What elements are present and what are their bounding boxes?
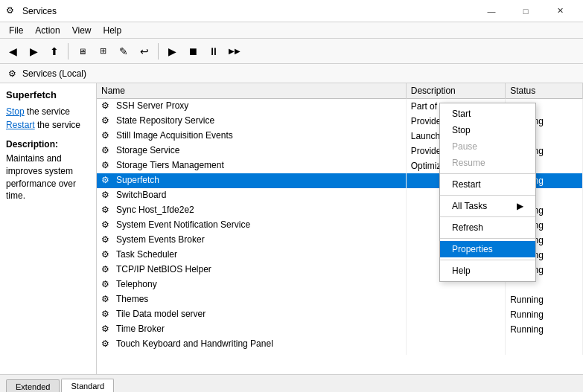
toolbar-play[interactable]: ▶ [162,42,182,61]
service-icon: ⚙ [101,309,113,321]
breadcrumb-label[interactable]: Services (Local) [22,68,86,79]
window-controls: — □ ✕ [474,0,577,22]
context-menu-separator [440,195,535,196]
context-menu-item-stop[interactable]: Stop [440,122,535,138]
col-header-name[interactable]: Name [97,83,406,99]
service-description [406,292,505,307]
context-menu-separator [440,238,535,239]
col-header-description[interactable]: Description [406,83,505,99]
menu-view[interactable]: View [66,24,98,37]
stop-service-link[interactable]: Stop [6,106,25,117]
service-icon: ⚙ [101,338,113,350]
service-icon: ⚙ [101,264,113,276]
breadcrumb-bar: ⚙ Services (Local) [0,64,583,83]
service-description [406,307,505,322]
toolbar-up[interactable]: ⬆ [45,42,64,61]
service-name: Update Orchestrator Service for Wind... [116,353,273,355]
toolbar: ◀ ▶ ⬆ 🖥 ⊞ ✎ ↩ ▶ ⏹ ⏸ ▶▶ [0,39,583,64]
toolbar-show-hide[interactable]: 🖥 [72,42,92,61]
restart-service-link[interactable]: Restart [6,120,35,130]
table-row[interactable]: ⚙ThemesRunning [97,292,583,307]
toolbar-refresh[interactable]: ↩ [135,42,154,61]
toolbar-separator-1 [68,43,69,60]
toolbar-grid[interactable]: ⊞ [93,42,112,61]
service-status: Running [506,307,583,322]
context-menu-item-restart[interactable]: Restart [440,176,535,193]
title-bar: ⚙ Services — □ ✕ [0,0,583,22]
service-name: Tile Data model server [116,309,206,319]
table-row[interactable]: ⚙Tile Data model serverRunning [97,307,583,322]
service-name-heading: Superfetch [6,89,90,100]
table-row[interactable]: ⚙Touch Keyboard and Handwriting Panel [97,337,583,352]
toolbar-edit[interactable]: ✎ [114,42,133,61]
context-menu: StartStopPauseResumeRestartAll Tasks▶Ref… [439,103,536,282]
toolbar-back[interactable]: ◀ [3,42,22,61]
tab-bar: Extended Standard [0,374,583,392]
menu-help[interactable]: Help [98,24,128,37]
service-icon: ⚙ [101,279,113,291]
minimize-button[interactable]: — [474,0,509,22]
context-menu-item-all-tasks[interactable]: All Tasks▶ [440,198,535,214]
breadcrumb-icon: ⚙ [6,68,18,80]
service-name: Themes [116,294,148,304]
service-name: Still Image Acquisition Events [116,130,233,141]
service-icon: ⚙ [101,219,113,231]
toolbar-separator-2 [158,43,159,60]
menu-action[interactable]: Action [29,24,66,37]
service-name: System Event Notification Service [116,219,250,230]
maximize-button[interactable]: □ [509,0,543,22]
description-text: Maintains and improves system performanc… [6,152,90,202]
app-icon: ⚙ [6,5,18,17]
service-name: Storage Tiers Management [116,160,224,170]
service-icon: ⚙ [101,353,113,355]
service-status [506,352,583,355]
context-menu-item-properties[interactable]: Properties [440,241,535,257]
service-name: Sync Host_1fde2e2 [116,205,194,215]
service-description [406,322,505,337]
service-name: SwitchBoard [116,190,166,200]
service-name: SSH Server Proxy [116,100,188,111]
context-menu-item-pause: Pause [440,138,535,155]
service-icon: ⚙ [101,205,113,216]
service-icon: ⚙ [101,324,113,335]
service-name: Telephony [116,279,157,289]
table-row[interactable]: ⚙Update Orchestrator Service for Wind... [97,352,583,355]
menu-file[interactable]: File [3,24,29,37]
tab-standard[interactable]: Standard [61,379,114,392]
context-menu-item-resume: Resume [440,155,535,171]
service-name: Superfetch [116,175,159,185]
service-description [406,352,505,355]
context-menu-separator [440,173,535,174]
service-status [506,337,583,352]
table-row[interactable]: ⚙Time BrokerRunning [97,322,583,337]
service-icon: ⚙ [101,115,113,127]
left-panel: Superfetch Stop the service Restart the … [0,83,97,374]
service-icon: ⚙ [101,160,113,172]
toolbar-restart[interactable]: ▶▶ [225,42,244,61]
context-menu-item-start[interactable]: Start [440,106,535,122]
service-description [406,337,505,352]
toolbar-pause[interactable]: ⏸ [204,42,223,61]
context-menu-item-refresh[interactable]: Refresh [440,219,535,236]
service-icon: ⚙ [101,294,113,306]
service-status: Running [506,322,583,337]
service-name: Task Scheduler [116,249,177,260]
tab-extended[interactable]: Extended [6,379,60,392]
service-name: Time Broker [116,324,165,334]
restart-service-text: the service [35,120,80,130]
service-icon: ⚙ [101,175,113,187]
toolbar-stop[interactable]: ⏹ [183,42,203,61]
window-title: Services [22,6,57,16]
service-name: Storage Service [116,145,179,155]
toolbar-forward[interactable]: ▶ [24,42,43,61]
menu-bar: File Action View Help [0,22,583,39]
service-icon: ⚙ [101,234,113,246]
col-header-status[interactable]: Status [506,83,583,99]
context-menu-separator [440,260,535,260]
service-icon: ⚙ [101,100,113,112]
context-menu-item-help[interactable]: Help [440,263,535,279]
service-icon: ⚙ [101,145,113,157]
close-button[interactable]: ✕ [543,0,577,22]
service-icon: ⚙ [101,190,113,202]
service-name: System Events Broker [116,234,205,245]
